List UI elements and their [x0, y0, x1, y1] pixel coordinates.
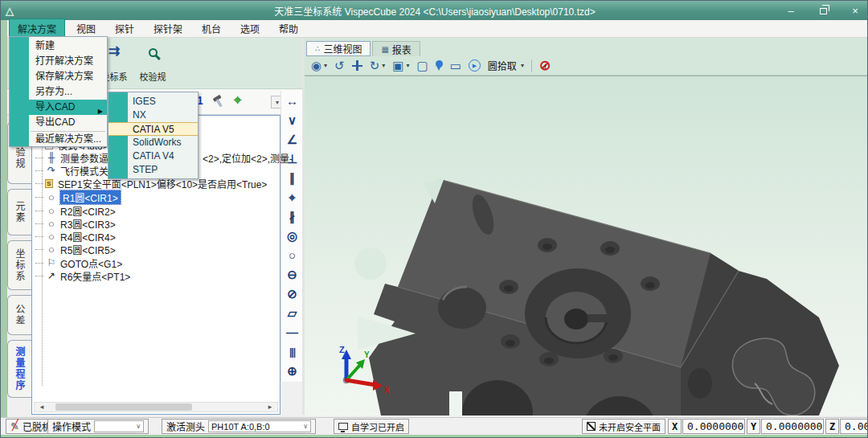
- axis-y-label-box: Y: [747, 419, 760, 434]
- tree-item-label-selected: R1圆<CIR1>: [60, 190, 121, 204]
- rotate-caret-icon[interactable]: ▾: [382, 62, 385, 69]
- locate-pin-icon[interactable]: [436, 60, 443, 68]
- orbit-icon[interactable]: ↺: [334, 58, 345, 74]
- tree-item-circle-r1[interactable]: ○ R1圆<CIR1>: [35, 190, 121, 203]
- tree-item-circle-r3[interactable]: ○ R3圆<CIR3>: [35, 217, 116, 230]
- menu-item-recent-solutions[interactable]: 最近解决方案...: [10, 132, 107, 147]
- rotate-edit-icon[interactable]: ↻: [370, 58, 380, 74]
- angle-icon[interactable]: ∠: [281, 131, 303, 149]
- eye-icon[interactable]: ◉: [311, 58, 321, 74]
- menu-item-import-cad-label: 导入CAD: [35, 101, 75, 113]
- self-learn-status[interactable]: 自学习已开启: [334, 419, 409, 434]
- axis-z-label-box: Z: [825, 419, 839, 434]
- active-probe-combo[interactable]: PH10T A:0,B:0 ∨: [208, 420, 311, 432]
- select-rect-icon[interactable]: ▭: [450, 58, 461, 74]
- roundness-icon[interactable]: ○: [281, 247, 303, 264]
- menu-options[interactable]: 选项: [232, 19, 268, 38]
- hammer-icon[interactable]: [211, 94, 226, 112]
- toolbar-button-gauge[interactable]: 校验规: [134, 41, 171, 86]
- magnifier-icon: [149, 48, 158, 57]
- scroll-right-icon[interactable]: ▸: [264, 403, 276, 411]
- cube-view-icon[interactable]: ▣: [392, 58, 403, 74]
- tree-item-circle-r5[interactable]: ○ R5圆<CIR5>: [35, 243, 116, 256]
- app-window: △ 天准三坐标系统 VispecCube 2024 <C:\Users\jiao…: [0, 0, 868, 438]
- tab-report[interactable]: ▦ 报表: [372, 41, 420, 56]
- side-tab-measure-program[interactable]: 测量程序: [7, 340, 31, 398]
- probe-disabled-icon[interactable]: ⊘ !: [539, 59, 551, 73]
- concentricity-icon[interactable]: ◎: [281, 227, 303, 245]
- submenu-item-catia-v5[interactable]: CATIA V5: [108, 122, 198, 136]
- tab-3d-view[interactable]: ∴ 三维视图: [306, 41, 371, 56]
- tree-item-circle-r4[interactable]: ○ R4圆<CIR4>: [35, 230, 116, 243]
- scrollbar-thumb[interactable]: [55, 403, 192, 411]
- circle-feature-icon: ○: [45, 191, 58, 203]
- self-learn-label: 自学习已开启: [351, 420, 404, 433]
- position-icon[interactable]: ⌖: [281, 189, 303, 207]
- side-tab-elements[interactable]: 元素: [7, 189, 31, 235]
- scroll-left-icon[interactable]: ◂: [36, 403, 47, 411]
- operation-mode-label: 操作模式: [52, 420, 91, 433]
- view-tab-bar: ∴ 三维视图 ▦ 报表: [306, 41, 420, 56]
- menu-machine[interactable]: 机台: [194, 19, 229, 38]
- operation-mode-group: 操作模式 ∨: [47, 419, 149, 434]
- active-probe-value: PH10T A:0,B:0: [211, 422, 270, 432]
- parallelism-icon[interactable]: ∥: [281, 170, 303, 187]
- fit-view-icon[interactable]: ▢: [416, 58, 428, 74]
- distance-bars-icon[interactable]: |||: [281, 343, 303, 361]
- circle-pick-label: 圆拾取: [488, 59, 517, 72]
- straightness-icon[interactable]: —: [281, 324, 303, 342]
- tree-horizontal-scrollbar[interactable]: ◂ ▸: [34, 402, 278, 412]
- menu-help[interactable]: 帮助: [271, 19, 306, 38]
- side-tab-coordsys[interactable]: 坐标系: [7, 240, 31, 290]
- menu-view[interactable]: 视图: [68, 19, 104, 38]
- menu-probe[interactable]: 探针: [107, 19, 142, 38]
- tree-branch: [35, 170, 43, 171]
- runout-icon[interactable]: ⊘: [281, 285, 303, 303]
- tab-report-label: 报表: [392, 43, 411, 56]
- angle-between-icon[interactable]: ∨: [281, 112, 303, 129]
- circle-pick-button[interactable]: 圆拾取 ▾: [488, 59, 524, 72]
- distance-icon[interactable]: ↔: [281, 92, 303, 110]
- submenu-item-nx[interactable]: NX: [108, 108, 198, 122]
- combo-caret-icon: ∨: [303, 423, 308, 430]
- run-icon[interactable]: ▶: [469, 59, 481, 72]
- tree-item-fly-mode[interactable]: ↷ 飞行模式关闭: [35, 164, 118, 177]
- symmetry-icon[interactable]: ∦: [281, 208, 303, 226]
- safety-plane-status[interactable]: 未开启安全平面: [582, 419, 665, 434]
- tree-branch: [35, 211, 43, 211]
- axis-y-label: Y: [751, 421, 756, 432]
- circle-feature-icon: ○: [45, 231, 58, 243]
- minimize-button[interactable]: –: [784, 5, 798, 17]
- viewport-3d[interactable]: Z Y X: [305, 76, 868, 415]
- tree-item-label: GOTO点<G1>: [60, 256, 122, 270]
- tree-item-label: R2圆<CIR2>: [60, 204, 116, 218]
- close-button[interactable]: ×: [848, 5, 862, 17]
- submenu-item-step[interactable]: STEP: [108, 163, 198, 177]
- menu-probe-rack[interactable]: 探针架: [145, 19, 190, 38]
- pan-icon[interactable]: [352, 60, 362, 71]
- menu-item-save-solution[interactable]: 保存解决方案: [10, 69, 107, 84]
- operation-mode-combo[interactable]: ∨: [94, 420, 144, 432]
- flatness-icon[interactable]: ▱: [281, 305, 303, 322]
- tree-item-circle-r2[interactable]: ○ R2圆<CIR2>: [35, 204, 116, 217]
- side-tab-tolerance[interactable]: 公差: [7, 295, 31, 335]
- menu-item-new[interactable]: 新建: [10, 39, 107, 54]
- circle-pick-caret-icon: ▾: [521, 62, 524, 69]
- tree-branch: [35, 197, 43, 198]
- menu-item-export-cad[interactable]: 导出CAD: [10, 115, 107, 130]
- eye-caret-icon[interactable]: ▾: [324, 62, 327, 69]
- submenu-item-solidworks[interactable]: SolidWorks: [108, 136, 198, 149]
- tree-item-goto[interactable]: ⚐ GOTO点<G1>: [35, 256, 122, 269]
- probe-position-icon[interactable]: ⌖: [234, 92, 242, 108]
- tree-item-vector-point[interactable]: ↗ R6矢量点<PT1>: [35, 269, 130, 282]
- cube-caret-icon[interactable]: ▾: [406, 62, 409, 69]
- menu-item-import-cad[interactable]: 导入CAD ▶: [10, 100, 107, 115]
- axis-y-value-box: 0.0000000: [761, 419, 824, 434]
- cylindricity-icon[interactable]: ⊕: [281, 362, 303, 380]
- submenu-item-iges[interactable]: IGES: [108, 95, 198, 108]
- menu-item-open-solution[interactable]: 打开解决方案: [10, 54, 107, 69]
- restore-button[interactable]: [816, 5, 830, 17]
- submenu-item-catia-v4[interactable]: CATIA V4: [108, 149, 198, 163]
- profile-icon[interactable]: ⊖: [281, 266, 303, 284]
- menu-item-save-as[interactable]: 另存为...: [10, 84, 107, 100]
